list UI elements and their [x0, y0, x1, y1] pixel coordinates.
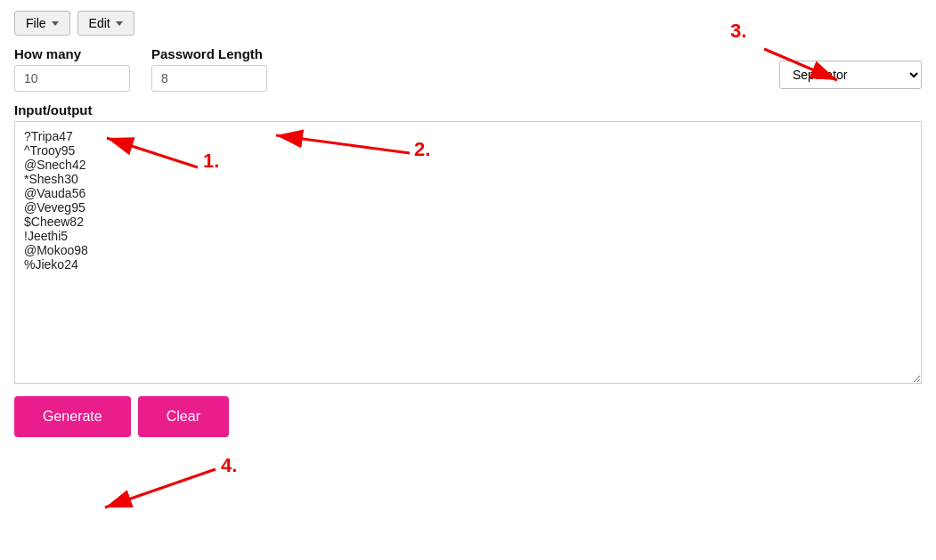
how-many-input[interactable] [14, 65, 130, 92]
generate-button[interactable]: Generate [14, 396, 131, 437]
edit-menu-label: Edit [89, 16, 110, 30]
how-many-group: How many [14, 46, 130, 92]
how-many-label: How many [14, 46, 130, 61]
edit-menu-button[interactable]: Edit [77, 11, 134, 36]
password-length-group: Password Length [151, 46, 267, 92]
file-chevron-icon [52, 21, 59, 26]
password-length-label: Password Length [151, 46, 267, 61]
svg-text:4.: 4. [221, 454, 237, 476]
menu-bar: File Edit [0, 0, 936, 43]
file-menu-button[interactable]: File [14, 11, 70, 36]
clear-button[interactable]: Clear [138, 396, 229, 437]
separator-area: Separator None Space Comma Newline [779, 61, 922, 89]
svg-line-8 [105, 469, 216, 507]
button-row: Generate Clear [0, 384, 936, 450]
separator-select[interactable]: Separator None Space Comma Newline [779, 61, 922, 89]
password-length-input[interactable] [151, 65, 267, 92]
io-section-label: Input/output [14, 102, 922, 118]
edit-chevron-icon [116, 21, 123, 26]
output-textarea[interactable]: ?Tripa47 ^Trooy95 @Snech42 *Shesh30 @Vau… [14, 121, 922, 384]
file-menu-label: File [26, 16, 46, 30]
